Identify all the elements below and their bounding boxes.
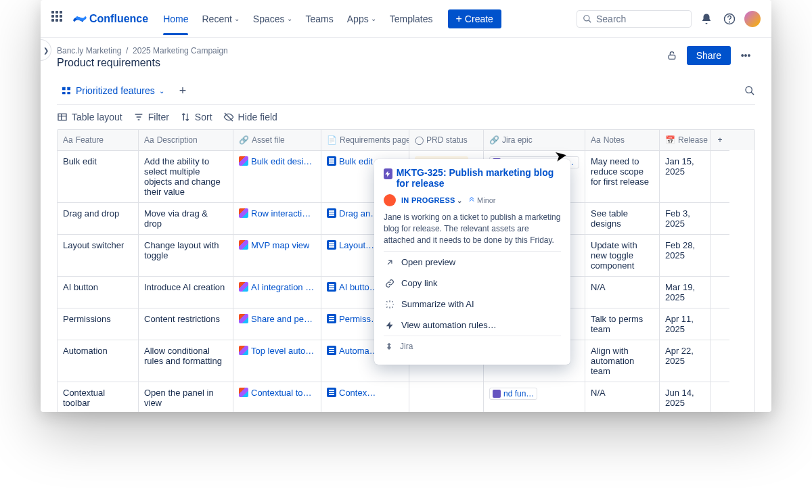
svg-line-10 (751, 92, 754, 95)
cell-asset[interactable]: Contextual toolb… (233, 382, 321, 412)
svg-point-3 (729, 22, 730, 22)
jira-status[interactable]: IN PROGRESS⌄ (401, 196, 462, 204)
jira-source-label: Jira (384, 336, 561, 357)
database-view-tab[interactable]: Prioritized features⌄ (57, 83, 168, 99)
sort-button[interactable]: Sort (180, 112, 212, 122)
col-feature[interactable]: Aa Feature (58, 130, 139, 150)
cell-notes[interactable]: May need to reduce scope for first relea… (585, 150, 660, 202)
breadcrumb[interactable]: Banc.ly Marketing / 2025 Marketing Campa… (57, 46, 228, 55)
cell-notes[interactable]: See table designs (585, 202, 660, 234)
col-status[interactable]: ◯ PRD status (409, 130, 484, 150)
nav-home[interactable]: Home (158, 3, 194, 35)
notifications-icon[interactable] (698, 11, 715, 27)
cell-asset[interactable]: Bulk edit designs (233, 150, 321, 202)
app-switcher-icon[interactable] (51, 11, 68, 27)
cell-description[interactable]: Content restrictions (139, 308, 233, 340)
cell-requirements[interactable]: Contex… (321, 382, 409, 412)
cell-status[interactable] (409, 382, 484, 412)
add-view-button[interactable]: + (175, 84, 191, 98)
cell-feature[interactable]: Contextual toolbar (58, 382, 139, 412)
cell-date[interactable]: Mar 19, 2025 (660, 276, 710, 308)
hide-field-button[interactable]: Hide field (223, 112, 277, 122)
cell-feature[interactable]: Layout switcher (58, 234, 139, 276)
cell-description[interactable]: Add the ability to select multiple objec… (139, 150, 233, 202)
copy-link-item[interactable]: Copy link (384, 273, 561, 294)
col-description[interactable]: Aa Description (139, 130, 233, 150)
hover-title[interactable]: MKTG-325: Publish marketing blog for rel… (397, 167, 561, 189)
share-button[interactable]: Share (687, 46, 731, 65)
jira-priority: Minor (468, 196, 496, 204)
cell-feature[interactable]: Automation (58, 340, 139, 382)
cell-asset[interactable]: Share and perms (233, 308, 321, 340)
page-icon (327, 240, 336, 250)
nav-apps[interactable]: Apps⌄ (342, 3, 382, 35)
cell-date[interactable]: Apr 11, 2025 (660, 308, 710, 340)
cell-date[interactable]: Feb 3, 2025 (660, 202, 710, 234)
figma-icon (239, 208, 248, 218)
cell-date[interactable]: Jun 14, 2025 (660, 382, 710, 412)
svg-rect-7 (62, 92, 66, 94)
col-release[interactable]: 📅 Release d (660, 130, 710, 150)
nav-spaces[interactable]: Spaces⌄ (248, 3, 298, 35)
confluence-logo[interactable]: Confluence (73, 12, 148, 26)
col-notes[interactable]: Aa Notes (585, 130, 660, 150)
cell-feature[interactable]: AI button (58, 276, 139, 308)
cell-notes[interactable]: Talk to perms team (585, 308, 660, 340)
figma-icon (239, 282, 248, 292)
table-row[interactable]: Contextual toolbar Open the panel in vie… (58, 382, 754, 412)
cell-date[interactable]: Apr 22, 2025 (660, 340, 710, 382)
summarize-ai-item[interactable]: Summarize with AI (384, 294, 561, 315)
restrictions-icon[interactable] (662, 46, 681, 65)
svg-point-9 (746, 87, 752, 93)
nav-teams[interactable]: Teams (300, 3, 339, 35)
cell-notes[interactable]: Align with automation team (585, 340, 660, 382)
figma-icon (239, 346, 248, 355)
cell-notes[interactable]: Update with new toggle component (585, 234, 660, 276)
cell-description[interactable]: Allow conditional rules and formatting (139, 340, 233, 382)
page-icon (327, 208, 336, 218)
col-requirements[interactable]: 📄 Requirements page (321, 130, 409, 150)
page-icon (327, 314, 336, 323)
col-jira[interactable]: 🔗 Jira epic (484, 130, 585, 150)
cell-feature[interactable]: Bulk edit (58, 150, 139, 202)
figma-icon (239, 388, 248, 397)
cell-asset[interactable]: AI integration de… (233, 276, 321, 308)
cell-asset[interactable]: MVP map view (233, 234, 321, 276)
filter-button[interactable]: Filter (133, 112, 169, 122)
more-actions-icon[interactable]: ••• (736, 46, 755, 65)
svg-point-0 (584, 15, 589, 20)
page-title: Product requirements (57, 57, 228, 69)
help-icon[interactable] (721, 11, 738, 27)
nav-templates[interactable]: Templates (384, 3, 438, 35)
svg-rect-5 (62, 87, 66, 91)
cell-jira[interactable]: nd fun… (484, 382, 585, 412)
table-search-icon[interactable] (744, 85, 755, 96)
cell-description[interactable]: Open the panel in view (139, 382, 233, 412)
cell-asset[interactable]: Row interactions (233, 202, 321, 234)
figma-icon (239, 240, 248, 250)
cell-date[interactable]: Jan 15, 2025 (660, 150, 710, 202)
cell-date[interactable]: Feb 28, 2025 (660, 234, 710, 276)
cell-notes[interactable]: N/A (585, 382, 660, 412)
add-column-button[interactable]: + (710, 130, 729, 150)
table-layout-button[interactable]: Table layout (57, 112, 122, 122)
search-input[interactable]: Search (577, 10, 692, 28)
cell-description[interactable]: Move via drag & drop (139, 202, 233, 234)
svg-rect-6 (67, 87, 70, 91)
open-preview-item[interactable]: Open preview (384, 252, 561, 273)
cell-description[interactable]: Change layout with toggle (139, 234, 233, 276)
profile-avatar[interactable] (744, 11, 761, 27)
automation-rules-item[interactable]: View automation rules… (384, 315, 561, 336)
create-button[interactable]: +Create (448, 9, 501, 28)
figma-icon (239, 314, 248, 323)
col-asset[interactable]: 🔗 Asset file (233, 130, 321, 150)
svg-rect-11 (58, 114, 66, 120)
nav-recent[interactable]: Recent⌄ (196, 3, 244, 35)
search-placeholder: Search (596, 14, 626, 24)
cell-asset[interactable]: Top level autom… (233, 340, 321, 382)
cell-notes[interactable]: N/A (585, 276, 660, 308)
cell-description[interactable]: Introduce AI creation (139, 276, 233, 308)
cell-feature[interactable]: Permissions (58, 308, 139, 340)
cell-feature[interactable]: Drag and drop (58, 202, 139, 234)
assignee-avatar[interactable] (384, 194, 396, 206)
